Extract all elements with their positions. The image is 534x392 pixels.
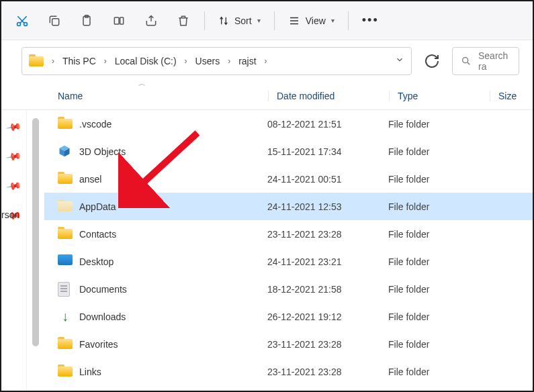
- view-label: View: [306, 15, 326, 26]
- chevron-right-icon[interactable]: ›: [225, 56, 233, 66]
- file-row[interactable]: Favorites23-11-2021 23:28File folder: [44, 330, 533, 358]
- more-button[interactable]: •••: [354, 13, 387, 28]
- folder-faded-icon: [58, 199, 73, 214]
- sort-icon: [218, 15, 229, 26]
- scrollbar[interactable]: [32, 118, 39, 346]
- nav-row: › This PC › Local Disk (C:) › Users › ra…: [1, 40, 533, 82]
- list-area: 📌 📌 📌 📌 rson .vscode08-12-2021 21:51File…: [1, 110, 533, 392]
- file-type: File folder: [388, 229, 489, 240]
- sort-indicator-icon: ︿: [138, 79, 146, 89]
- svg-point-0: [17, 22, 21, 26]
- view-icon: [288, 15, 300, 27]
- download-icon: ↓: [58, 309, 73, 324]
- breadcrumb-segment[interactable]: This PC: [60, 54, 99, 68]
- column-size[interactable]: Size: [490, 91, 517, 101]
- folder-icon: [58, 172, 73, 187]
- file-date: 26-12-2021 19:12: [267, 311, 388, 322]
- file-name: Documents: [79, 284, 267, 295]
- toolbar-separator: [348, 11, 349, 30]
- folder-icon: [58, 364, 73, 379]
- file-row[interactable]: Documents18-12-2021 21:58File folder: [44, 275, 533, 303]
- chevron-right-icon[interactable]: ›: [49, 56, 57, 66]
- file-date: 18-12-2021 21:58: [267, 284, 388, 295]
- file-date: 23-11-2021 23:28: [267, 339, 388, 350]
- file-date: 23-11-2021 23:28: [267, 366, 388, 377]
- file-type: File folder: [388, 201, 489, 212]
- file-name: ansel: [79, 174, 267, 185]
- pin-icon[interactable]: 📌: [5, 148, 23, 165]
- copy-button[interactable]: [39, 5, 70, 36]
- breadcrumb-segment[interactable]: rajst: [236, 54, 259, 68]
- chevron-down-icon: ▾: [257, 17, 261, 24]
- file-name: Downloads: [79, 311, 267, 322]
- breadcrumb[interactable]: › This PC › Local Disk (C:) › Users › ra…: [21, 47, 412, 75]
- breadcrumb-segment[interactable]: Users: [193, 54, 223, 68]
- file-name: .vscode: [79, 119, 267, 130]
- chevron-right-icon[interactable]: ›: [182, 56, 190, 66]
- file-type: File folder: [388, 284, 489, 295]
- file-name: Favorites: [79, 339, 267, 350]
- file-type: File folder: [388, 174, 489, 185]
- file-name: 3D Objects: [79, 146, 267, 157]
- svg-point-7: [463, 58, 468, 63]
- file-type: File folder: [388, 119, 489, 130]
- delete-button[interactable]: [168, 5, 199, 36]
- svg-rect-5: [114, 17, 119, 24]
- svg-point-1: [24, 22, 28, 26]
- chevron-right-icon[interactable]: ›: [101, 56, 109, 66]
- desktop-icon: [58, 254, 73, 269]
- file-date: 08-12-2021 21:51: [267, 119, 388, 130]
- folder-icon: [58, 227, 73, 242]
- file-list: .vscode08-12-2021 21:51File folder3D Obj…: [44, 110, 533, 392]
- column-date[interactable]: Date modified: [268, 91, 389, 101]
- share-button[interactable]: [136, 5, 167, 36]
- document-icon: [58, 282, 73, 297]
- file-row[interactable]: Links23-11-2021 23:28File folder: [44, 358, 533, 385]
- cut-button[interactable]: [7, 5, 38, 36]
- file-type: File folder: [388, 146, 489, 157]
- file-row[interactable]: Contacts23-11-2021 23:28File folder: [44, 220, 533, 248]
- search-icon: [461, 56, 472, 66]
- rename-button[interactable]: [103, 5, 134, 36]
- view-dropdown[interactable]: View ▾: [280, 15, 343, 27]
- file-date: 24-11-2021 00:51: [267, 174, 388, 185]
- folder-icon: [58, 117, 73, 132]
- file-type: File folder: [388, 366, 489, 377]
- folder-icon: [29, 54, 42, 68]
- column-name[interactable]: ︿ Name: [58, 91, 268, 101]
- pin-icon[interactable]: 📌: [5, 118, 23, 136]
- file-row[interactable]: .vscode08-12-2021 21:51File folder: [44, 110, 533, 138]
- file-date: 15-11-2021 17:34: [267, 146, 388, 157]
- breadcrumb-segment[interactable]: Local Disk (C:): [112, 54, 179, 68]
- refresh-button[interactable]: [424, 53, 440, 69]
- file-row[interactable]: AppData24-11-2021 12:53File folder: [44, 193, 533, 220]
- pin-icon[interactable]: 📌: [5, 177, 23, 195]
- chevron-down-icon: ▾: [331, 17, 335, 24]
- file-row[interactable]: ↓Downloads26-12-2021 19:12File folder: [44, 303, 533, 330]
- cube-icon: [58, 144, 73, 159]
- svg-rect-6: [120, 17, 124, 24]
- sort-dropdown[interactable]: Sort ▾: [210, 15, 269, 26]
- file-row[interactable]: Desktop24-11-2021 23:21File folder: [44, 248, 533, 275]
- sidebar-partial-label[interactable]: rson: [1, 209, 19, 220]
- file-row[interactable]: ansel24-11-2021 00:51File folder: [44, 165, 533, 193]
- svg-rect-2: [52, 18, 59, 25]
- sidebar: 📌 📌 📌 📌 rson: [1, 110, 27, 392]
- paste-button[interactable]: [71, 5, 102, 36]
- toolbar: Sort ▾ View ▾ •••: [1, 1, 533, 40]
- history-dropdown[interactable]: [395, 55, 404, 67]
- file-date: 23-11-2021 23:28: [267, 229, 388, 240]
- file-name: Links: [79, 366, 267, 377]
- search-input[interactable]: Search ra: [452, 47, 519, 75]
- file-type: File folder: [388, 339, 489, 350]
- file-name: AppData: [79, 201, 267, 212]
- file-date: 24-11-2021 12:53: [267, 201, 388, 212]
- toolbar-separator: [274, 11, 275, 30]
- file-row[interactable]: 3D Objects15-11-2021 17:34File folder: [44, 138, 533, 165]
- column-type[interactable]: Type: [389, 91, 490, 101]
- column-headers: ︿ Name Date modified Type Size: [1, 82, 533, 110]
- search-placeholder: Search ra: [478, 50, 510, 72]
- file-date: 24-11-2021 23:21: [267, 256, 388, 267]
- chevron-right-icon[interactable]: ›: [262, 56, 270, 66]
- sort-label: Sort: [234, 15, 252, 26]
